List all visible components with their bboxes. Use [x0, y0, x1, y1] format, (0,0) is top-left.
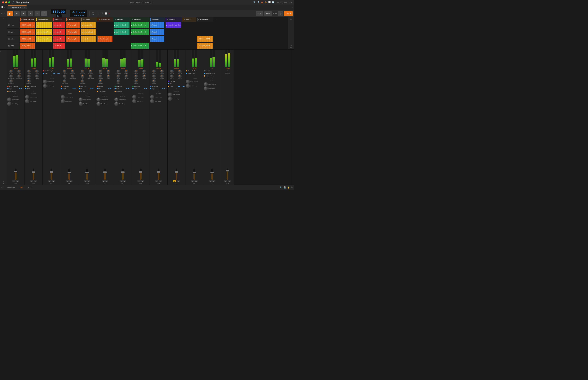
clip-block[interactable]: ▶808 (Bass-08) - H... — [20, 36, 35, 42]
plugin-line[interactable]: Polymer — [97, 85, 113, 87]
solo-button-group3[interactable]: S — [48, 180, 51, 182]
plugin-line[interactable]: EQ+ — [114, 87, 131, 90]
knob-5-freq[interactable] — [152, 79, 156, 83]
empty-clip-slot[interactable] — [150, 43, 164, 49]
send-knob-plate-reverb[interactable] — [96, 97, 101, 102]
fader-rail[interactable] — [33, 169, 34, 180]
fader-thumb[interactable] — [85, 172, 89, 173]
fader-rail[interactable] — [211, 169, 213, 180]
knob-lopass[interactable] — [27, 70, 31, 73]
send-knob-plate-reverb[interactable] — [168, 93, 172, 97]
send-knob-dark-delay[interactable] — [114, 102, 118, 106]
fader-thumb[interactable] — [139, 171, 142, 173]
minimize-icon[interactable] — [5, 1, 7, 3]
knob-res▲[interactable] — [116, 79, 120, 83]
knob-freeshift[interactable] — [27, 79, 31, 83]
send-knob-plate-reverb[interactable] — [7, 97, 11, 102]
knob-ht-tuning[interactable] — [17, 75, 21, 78]
clip-block[interactable]: ▶808 (Bass-08) - H... — [20, 22, 35, 28]
plugin-line[interactable]: EQ-2 — [168, 85, 185, 87]
knob-lo-ratio[interactable] — [71, 70, 74, 73]
mute-button-berlin_firework[interactable]: M — [34, 180, 37, 182]
empty-clip-slot[interactable] — [166, 43, 181, 49]
scene-row[interactable]: ▶Alt. 2 — [7, 36, 19, 42]
mixer-m-btn[interactable]: M — [3, 183, 4, 184]
send-knob-dark-delay[interactable] — [25, 99, 29, 103]
plugin-line[interactable]: EQ+ — [132, 87, 149, 90]
empty-clip-slot[interactable] — [166, 36, 181, 42]
mute-button-audio7[interactable]: M — [194, 180, 198, 182]
fader-rail[interactable] — [86, 169, 88, 180]
knob-release[interactable] — [99, 79, 102, 83]
add-track-icon[interactable]: + — [290, 18, 292, 21]
plugin-line[interactable]: Drum Machine — [7, 85, 24, 87]
add-plugin-btn[interactable]: + — [25, 90, 42, 92]
add-plugin-btn[interactable]: + — [79, 93, 95, 95]
plugin-line[interactable]: Peak Limiter — [186, 72, 203, 75]
add-plugin-btn[interactable]: + — [168, 88, 185, 90]
plugin-line[interactable]: EQ-5 — [43, 72, 60, 75]
scene-play-btn[interactable]: ▶ — [8, 31, 10, 33]
knob-cutoff[interactable] — [99, 70, 102, 73]
fader-rail[interactable] — [193, 169, 195, 180]
clip-block[interactable]: ▶125_Perc_SPFT_11 — [197, 43, 213, 49]
knob-hipass[interactable] — [35, 70, 39, 73]
knob-1-gain[interactable] — [63, 75, 66, 78]
clip-block[interactable]: ▶Berlin Firework B... — [36, 36, 52, 42]
scene-play-btn[interactable]: ▶ — [8, 45, 10, 47]
knob-sustain[interactable] — [35, 75, 39, 78]
add-plugin-btn[interactable]: + — [114, 93, 131, 95]
plugin-line[interactable]: EQ+ — [7, 87, 24, 90]
clip-block[interactable]: ▶ — [36, 22, 52, 28]
knob-noise[interactable] — [116, 75, 120, 78]
solo-button-audio1[interactable]: S — [66, 180, 69, 182]
search-icon[interactable]: 🔍 — [280, 187, 282, 189]
fader-thumb[interactable] — [50, 171, 53, 173]
track-col-header-group3[interactable]: ≋Group 3 — [53, 17, 65, 22]
plugin-line[interactable]: EQ+ — [150, 87, 167, 90]
fader-rail[interactable] — [176, 169, 177, 180]
clip-block[interactable]: ▶Soulful Chords 01 B — [131, 29, 149, 35]
plugin-line[interactable]: Amp — [25, 87, 42, 90]
clip-block[interactable]: ▶Mella 02 Chords — [114, 29, 130, 35]
send-knob-dark-delay[interactable] — [61, 99, 65, 103]
add-track-button[interactable]: + — [215, 18, 217, 22]
empty-clip-slot[interactable] — [97, 29, 113, 35]
fader-rail[interactable] — [158, 169, 159, 180]
track-col-header-polysynth[interactable]: ≋Polysynth — [130, 17, 150, 22]
maximize-icon[interactable] — [8, 1, 10, 3]
knob-2-freq[interactable] — [142, 70, 146, 73]
fader-thumb[interactable] — [193, 172, 196, 173]
plugin-line[interactable]: Ring-Mod — [79, 85, 95, 87]
scene-row[interactable]: ▶Alt. 1 — [7, 29, 19, 36]
add-button[interactable]: ADD — [256, 11, 263, 16]
knob-index[interactable] — [107, 70, 110, 73]
plugin-line[interactable]: Drum Machine — [25, 85, 42, 87]
clip-block[interactable]: ▶Mella 01 Chords — [114, 22, 130, 28]
tab-close-icon[interactable]: ✕ — [23, 6, 25, 8]
solo-button-polymer[interactable]: S — [120, 180, 123, 182]
plugin-line[interactable]: Resonator Bank — [186, 70, 203, 72]
close-icon[interactable] — [2, 1, 4, 3]
add-plugin-btn[interactable]: + — [150, 90, 167, 92]
clip-block[interactable]: ▶120_Perc_SPFT_13 — [197, 36, 213, 42]
knob-1-freq[interactable] — [152, 70, 156, 73]
send-knob-plate-reverb[interactable] — [61, 95, 65, 99]
empty-clip-slot[interactable] — [183, 36, 196, 42]
clip-block[interactable]: ▶dorianreduced_C — [81, 29, 96, 35]
empty-clip-slot[interactable] — [114, 36, 130, 42]
plugin-line[interactable]: FX Grid — [79, 90, 95, 92]
track-col-header-poly_grid[interactable]: ≋Poly Grid — [165, 17, 182, 22]
record-button[interactable]: ● — [21, 11, 26, 16]
clip-block[interactable]: ▶Scene 3 — [53, 36, 65, 42]
knob-mt-tuning[interactable] — [9, 75, 13, 78]
knob-bd-decay[interactable] — [9, 79, 13, 83]
mute-button-audio1[interactable]: M — [69, 180, 73, 182]
track-col-header-audio5[interactable]: ≋Audio 5 — [150, 17, 165, 22]
info-icon[interactable]: ⓘ — [1, 186, 3, 189]
add-plugin-btn[interactable]: + — [7, 93, 24, 95]
clip-block[interactable]: ▶Soulful Chords 01 A — [131, 22, 149, 28]
plugin-line[interactable]: Mid-Side Split — [43, 70, 60, 72]
clip-block[interactable]: ▶808 (Bass-08) - H... — [20, 43, 35, 49]
clip-block[interactable]: ▶Vocal C — [150, 36, 164, 42]
